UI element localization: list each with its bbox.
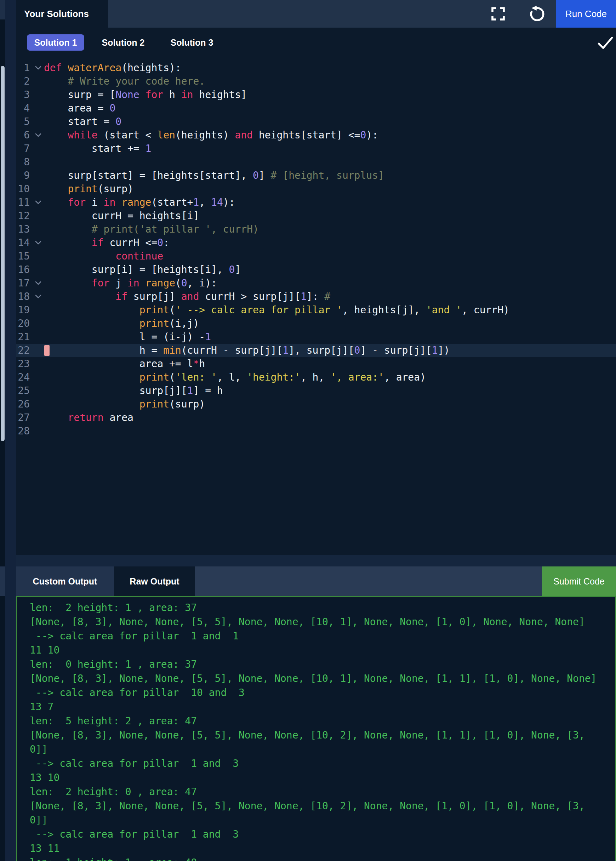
line-number: 19 [16,303,30,317]
line-number: 11 [16,196,30,209]
code-text: surp[start] = [heights[start], 0] # [hei… [44,169,384,182]
code-line[interactable]: 28 [16,424,616,438]
code-workspace: Your Solutions Run Code Solution 1 Solut… [0,0,616,861]
fold-toggle[interactable] [33,236,44,250]
code-text: print(surp) [44,182,134,196]
panel-tab-your-solutions[interactable]: Your Solutions [16,0,108,28]
code-line[interactable]: 5 start = 0 [16,115,616,129]
code-text: for j in range(0, i): [44,277,217,290]
line-number: 17 [16,277,30,290]
code-text: # print('at pillar ', currH) [44,223,259,236]
code-text: surp[i] = [heights[i], 0] [44,263,241,277]
fold-toggle[interactable] [33,129,44,142]
code-text: while (start < len(heights) and heights[… [44,129,378,142]
console-line: [None, [8, 3], None, None, [5, 5], None,… [30,728,615,742]
code-line[interactable]: 20 print(i,j) [16,317,616,330]
output-console[interactable]: len: 2 height: 1 , area: 37[None, [8, 3]… [16,596,616,861]
tab-solution-2[interactable]: Solution 2 [98,38,148,48]
code-line[interactable]: 21 l = (i-j) -1 [16,330,616,344]
code-line[interactable]: 8 [16,156,616,169]
panel-divider[interactable] [5,0,16,861]
console-line: 11 10 [30,643,615,657]
chevron-down-icon[interactable] [34,132,43,138]
scrollbar-thumb[interactable] [1,66,5,441]
code-line[interactable]: 3 surp = [None for h in heights] [16,88,616,102]
line-number: 13 [16,223,30,236]
top-bar: Your Solutions Run Code [5,0,616,28]
code-text: area += l*h [44,357,205,371]
code-text: print(surp) [44,398,205,411]
code-line[interactable]: 23 area += l*h [16,357,616,371]
console-line: [None, [8, 3], None, None, [5, 5], None,… [30,799,615,813]
code-line[interactable]: 1def waterArea(heights): [16,61,616,75]
code-line[interactable]: 24 print('len: ', l, 'height:', h, ', ar… [16,371,616,384]
output-tab-bar: Custom Output Raw Output Submit Code [5,566,616,596]
chevron-down-icon[interactable] [34,280,43,286]
tab-raw-output[interactable]: Raw Output [114,566,195,596]
run-code-button[interactable]: Run Code [556,0,616,28]
console-line: len: 2 height: 0 , area: 47 [30,785,615,799]
code-line[interactable]: 7 start += 1 [16,142,616,156]
code-line[interactable]: 13 # print('at pillar ', currH) [16,223,616,236]
console-line: [None, [8, 3], None, None, [5, 5], None,… [30,672,615,686]
chevron-down-icon[interactable] [34,294,43,300]
tab-custom-output-label: Custom Output [33,577,97,587]
left-panel-header-edge [0,0,5,19]
console-line: len: 0 height: 1 , area: 37 [30,657,615,672]
code-line[interactable]: 10 print(surp) [16,182,616,196]
code-line[interactable]: 22 h = min(currH - surp[j][1], surp[j][0… [16,344,616,357]
code-editor[interactable]: 1def waterArea(heights):2 # Write your c… [16,57,616,555]
code-line[interactable]: 19 print(' --> calc area for pillar ', h… [16,303,616,317]
code-text: print('len: ', l, 'height:', h, ', area:… [44,371,426,384]
code-line[interactable]: 14 if currH <=0: [16,236,616,250]
console-line: len: 1 height: 1 , area: 48 [30,856,615,861]
code-line[interactable]: 12 currH = heights[i] [16,209,616,223]
chevron-down-icon[interactable] [34,200,43,205]
code-text: surp = [None for h in heights] [44,88,247,102]
tab-solution-1-label: Solution 1 [35,38,77,48]
console-line: 0]] [30,742,615,757]
reset-icon [528,5,546,23]
fold-toggle[interactable] [33,61,44,75]
tab-custom-output[interactable]: Custom Output [16,566,114,596]
code-line[interactable]: 9 surp[start] = [heights[start], 0] # [h… [16,169,616,182]
fold-toggle[interactable] [33,277,44,290]
chevron-down-icon[interactable] [34,240,43,246]
code-text: return area [44,411,134,424]
fold-toggle[interactable] [33,290,44,303]
panel-gap [5,555,616,566]
fold-toggle[interactable] [33,196,44,209]
tab-solution-1[interactable]: Solution 1 [27,35,84,50]
code-line[interactable]: 17 for j in range(0, i): [16,277,616,290]
line-number: 7 [16,142,30,156]
submit-code-label: Submit Code [553,577,605,587]
tab-solution-3[interactable]: Solution 3 [167,38,217,48]
line-number: 21 [16,330,30,344]
code-line[interactable]: 18 if surp[j] and currH > surp[j][1]: # [16,290,616,303]
code-line[interactable]: 27 return area [16,411,616,424]
line-number: 22 [16,344,30,357]
chevron-down-icon[interactable] [34,65,43,71]
code-line[interactable]: 4 area = 0 [16,102,616,115]
code-line[interactable]: 15 continue [16,250,616,263]
line-number: 28 [16,424,30,438]
console-line: 13 7 [30,700,615,714]
code-text: # Write your code here. [44,75,205,88]
run-code-label: Run Code [566,8,607,19]
code-line[interactable]: 26 print(surp) [16,398,616,411]
code-line[interactable]: 25 surp[j][1] = h [16,384,616,398]
code-text: continue [44,250,163,263]
line-number: 24 [16,371,30,384]
code-line[interactable]: 2 # Write your code here. [16,75,616,88]
line-number: 23 [16,357,30,371]
code-line[interactable]: 16 surp[i] = [heights[i], 0] [16,263,616,277]
code-text: print(' --> calc area for pillar ', heig… [44,303,509,317]
line-number: 9 [16,169,30,182]
fullscreen-button[interactable] [484,0,512,28]
submit-code-button[interactable]: Submit Code [542,566,616,596]
code-line[interactable]: 11 for i in range(start+1, 14): [16,196,616,209]
code-line[interactable]: 6 while (start < len(heights) and height… [16,129,616,142]
console-line: len: 2 height: 1 , area: 37 [30,601,615,615]
line-number: 4 [16,102,30,115]
reset-code-button[interactable] [523,0,551,28]
